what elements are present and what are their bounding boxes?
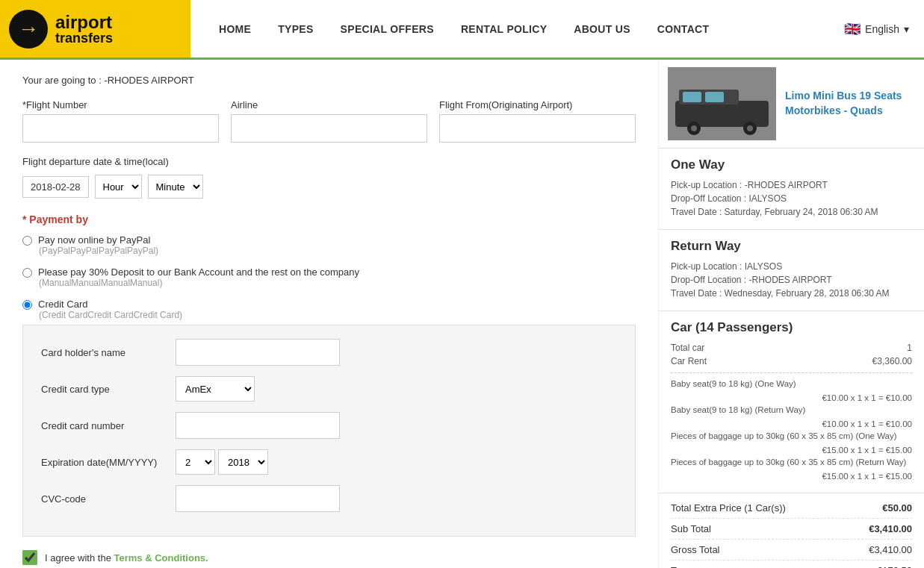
tax-row: Tax €170.50 [671, 560, 912, 568]
manual-radio[interactable] [22, 268, 32, 278]
svg-rect-1 [675, 101, 769, 127]
return-pickup-text: Pick-up Location : IALYSOS [671, 261, 782, 272]
expiry-label: Expiration date(MM/YYYY) [41, 457, 176, 468]
flight-from-input[interactable] [439, 114, 636, 143]
vehicle-sub-link[interactable]: Motorbikes - Quads [785, 104, 902, 119]
agree-text: I agree with the [45, 552, 111, 564]
extra-2-value-row: €15.00 x 1 x 1 = €15.00 [671, 446, 912, 455]
sub-total-row: Sub Total €3,410.00 [671, 518, 912, 534]
extra-2-value: €15.00 x 1 x 1 = €15.00 [822, 446, 912, 455]
car-section: Car (14 Passengers) Total car 1 Car Rent… [659, 311, 924, 493]
extra-0-value: €10.00 x 1 x 1 = €10.00 [822, 393, 912, 402]
terms-link[interactable]: Terms & Conditions. [114, 552, 208, 564]
cvc-input[interactable] [176, 485, 340, 512]
logo-line1: airport [55, 13, 113, 31]
extra-1-row: Baby seat(9 to 18 kg) (Return Way) [671, 405, 912, 416]
tax-value: €170.50 [877, 565, 912, 568]
vehicle-banner: Limo Mini Bus 19 Seats Motorbikes - Quad… [659, 60, 924, 149]
tax-label: Tax [671, 565, 686, 568]
manual-label[interactable]: Please pay 30% Deposit to our Bank Accou… [22, 266, 636, 278]
card-number-input[interactable] [176, 412, 340, 439]
agree-label: I agree with the Terms & Conditions. [45, 552, 208, 564]
airline-input[interactable] [231, 114, 427, 143]
one-way-date-text: Travel Date : Saturday, February 24, 201… [671, 207, 878, 217]
paypal-label[interactable]: Pay now online by PayPal [22, 234, 636, 246]
car-rent-row: Car Rent €3,360.00 [671, 356, 912, 366]
extra-1-value: €10.00 x 1 x 1 = €10.00 [822, 419, 912, 428]
nav-about-us[interactable]: ABOUT US [574, 23, 630, 35]
datetime-row: 2018-02-28 Hour 00010203 04050607 080910… [22, 175, 636, 199]
extra-3-label: Pieces of baggage up to 30kg (60 x 35 x … [671, 458, 906, 466]
one-way-date: Travel Date : Saturday, February 24, 201… [671, 207, 912, 217]
vehicle-info: Limo Mini Bus 19 Seats Motorbikes - Quad… [785, 89, 902, 118]
header: airport transfers HOME TYPES SPECIAL OFF… [0, 0, 924, 60]
return-way-section: Return Way Pick-up Location : IALYSOS Dr… [659, 230, 924, 311]
sub-total-value: €3,410.00 [869, 523, 912, 534]
hour-select[interactable]: Hour 00010203 04050607 08091011 12131415… [95, 175, 142, 199]
logo-arrow-icon [9, 10, 48, 49]
nav-special-offers[interactable]: SPECIAL OFFERS [341, 23, 434, 35]
expiry-year-select[interactable]: 201820192020 202120222023 [218, 449, 268, 475]
credit-card-sub: (Credit CardCredit CardCredit Card) [39, 310, 636, 320]
main-layout: Your are going to : -RHODES AIRPORT *Fli… [0, 60, 924, 568]
card-number-row: Credit card number [41, 412, 617, 439]
credit-card-radio[interactable] [22, 300, 32, 310]
nav-rental-policy[interactable]: RENTAL POLICY [461, 23, 547, 35]
return-date: Travel Date : Wednesday, February 28, 20… [671, 288, 912, 299]
card-type-select[interactable]: AmEx Visa MasterCard [176, 376, 255, 402]
minute-select[interactable]: Minute 00153045 [148, 175, 203, 199]
flight-info-row: *Flight Number Airline Flight From(Origi… [22, 99, 636, 143]
extra-0-label: Baby seat(9 to 18 kg) (One Way) [671, 379, 796, 388]
nav-types[interactable]: TYPES [278, 23, 313, 35]
extras-divider [671, 372, 912, 373]
extra-1-label: Baby seat(9 to 18 kg) (Return Way) [671, 405, 805, 414]
credit-card-label[interactable]: Credit Card [22, 299, 636, 310]
car-rent-label: Car Rent [671, 356, 707, 366]
total-extra-label: Total Extra Price (1 Car(s)) [671, 502, 786, 514]
card-type-row: Credit card type AmEx Visa MasterCard [41, 376, 617, 402]
total-car-value: 1 [907, 343, 912, 353]
extra-3-row: Pieces of baggage up to 30kg (60 x 35 x … [671, 458, 912, 469]
gross-total-value: €3,410.00 [869, 544, 912, 555]
cvc-label: CVC-code [41, 493, 176, 505]
credit-card-form: Card holder's name Credit card type AmEx… [22, 325, 636, 537]
return-pickup: Pick-up Location : IALYSOS [671, 261, 912, 272]
gross-total-row: Gross Total €3,410.00 [671, 539, 912, 555]
return-dropoff: Drop-Off Location : -RHODES AIRPORT [671, 275, 912, 285]
return-dropoff-text: Drop-Off Location : -RHODES AIRPORT [671, 275, 832, 285]
destination-notice: Your are going to : -RHODES AIRPORT [22, 75, 636, 86]
card-number-label: Credit card number [41, 420, 176, 431]
right-panel: Limo Mini Bus 19 Seats Motorbikes - Quad… [659, 60, 924, 568]
totals-section: Total Extra Price (1 Car(s)) €50.00 Sub … [659, 493, 924, 568]
language-selector[interactable]: 🇬🇧 English ▾ [844, 21, 909, 37]
left-panel: Your are going to : -RHODES AIRPORT *Fli… [0, 60, 659, 568]
total-extra-row: Total Extra Price (1 Car(s)) €50.00 [671, 502, 912, 514]
agree-checkbox[interactable] [22, 550, 37, 565]
one-way-dropoff-text: Drop-Off Location : IALYSOS [671, 193, 787, 204]
car-rent-value: €3,360.00 [872, 356, 912, 366]
agree-row: I agree with the Terms & Conditions. [22, 550, 636, 565]
nav-contact[interactable]: CONTACT [657, 23, 710, 35]
paypal-option: Pay now online by PayPal (PayPalPayPalPa… [22, 234, 636, 256]
nav-home[interactable]: HOME [219, 23, 251, 35]
holder-name-input[interactable] [176, 339, 340, 366]
payment-title: * Payment by [22, 213, 636, 225]
expiry-month-select[interactable]: 1234 5678 9101112 [176, 449, 215, 475]
flight-number-input[interactable] [22, 114, 219, 143]
return-date-text: Travel Date : Wednesday, February 28, 20… [671, 288, 890, 299]
flag-icon: 🇬🇧 [844, 21, 861, 37]
language-label: English [865, 23, 899, 35]
extra-0-row: Baby seat(9 to 18 kg) (One Way) [671, 379, 912, 390]
total-extra-value: €50.00 [882, 502, 912, 514]
paypal-sub: (PayPalPayPalPayPalPayPal) [39, 246, 636, 256]
car-title: Car (14 Passengers) [671, 320, 912, 335]
extra-2-row: Pieces of baggage up to 30kg (60 x 35 x … [671, 431, 912, 443]
extra-3-value-row: €15.00 x 1 x 1 = €15.00 [671, 472, 912, 481]
paypal-radio[interactable] [22, 236, 32, 246]
holder-name-row: Card holder's name [41, 339, 617, 366]
one-way-pickup-text: Pick-up Location : -RHODES AIRPORT [671, 180, 828, 190]
flight-date-value: 2018-02-28 [22, 176, 89, 198]
airline-group: Airline [231, 99, 427, 143]
vehicle-name-link[interactable]: Limo Mini Bus 19 Seats [785, 89, 902, 104]
total-car-row: Total car 1 [671, 343, 912, 353]
